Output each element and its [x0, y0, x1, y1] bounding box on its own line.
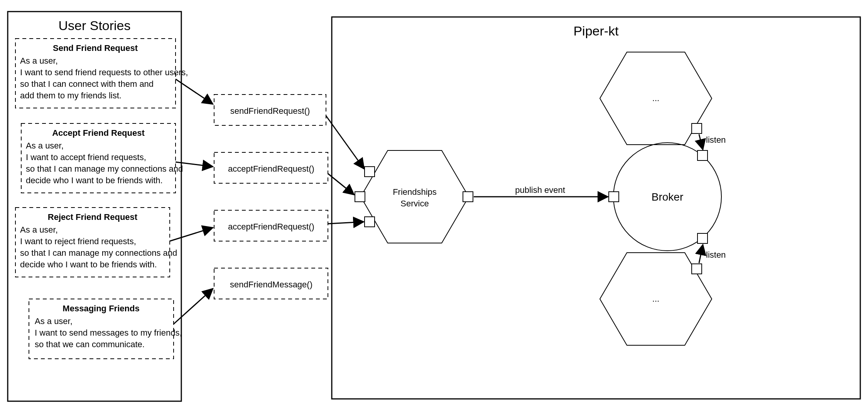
- method-label: acceptFriendRequest(): [228, 164, 314, 174]
- port-icon: [365, 167, 375, 177]
- broker-label: Broker: [652, 191, 683, 203]
- method-sendFriendMessage: sendFriendMessage(): [214, 268, 328, 299]
- story-title: Send Friend Request: [53, 43, 138, 53]
- listen-label: listen: [706, 135, 726, 145]
- diagram-canvas: User Stories Send Friend Request As a us…: [0, 0, 868, 412]
- system-title: Piper-kt: [573, 24, 619, 38]
- story-card-messaging: Messaging Friends As a user, I want to s…: [29, 299, 182, 359]
- story-line: add them to my friends list.: [20, 91, 122, 100]
- placeholder-label: ...: [652, 93, 659, 103]
- user-stories-panel: User Stories Send Friend Request As a us…: [8, 12, 188, 401]
- story-line: so that we can communicate.: [35, 339, 145, 349]
- story-line: As a user,: [20, 56, 58, 66]
- story-line: decide who I want to be friends with.: [20, 260, 157, 269]
- method-acceptFriendRequest-1: acceptFriendRequest(): [214, 152, 328, 183]
- story-title: Accept Friend Request: [52, 128, 145, 138]
- story-line: so that I can manage my connections and: [26, 164, 183, 174]
- port-icon: [463, 192, 473, 202]
- port-icon: [355, 192, 365, 202]
- story-line: I want to reject friend requests,: [20, 236, 136, 246]
- port-icon: [365, 217, 375, 227]
- story-line: so that I can manage my connections and: [20, 248, 177, 258]
- method-acceptFriendRequest-2: acceptFriendRequest(): [214, 210, 328, 241]
- port-icon: [692, 123, 702, 133]
- port-icon: [697, 233, 708, 243]
- story-line: As a user,: [35, 316, 73, 326]
- service-label-2: Service: [400, 199, 429, 208]
- story-title: Messaging Friends: [62, 304, 139, 313]
- publish-event-label: publish event: [515, 185, 565, 195]
- story-line: As a user,: [20, 225, 58, 235]
- listen-label: listen: [706, 250, 726, 260]
- placeholder-label: ...: [652, 294, 659, 304]
- story-card-reject: Reject Friend Request As a user, I want …: [15, 208, 177, 277]
- story-line: I want to send messages to my friends,: [35, 328, 182, 338]
- system-panel: Piper-kt Friendships Service Broker: [326, 17, 860, 399]
- story-title: Reject Friend Request: [48, 212, 138, 222]
- port-icon: [697, 150, 708, 160]
- port-icon: [609, 192, 619, 202]
- method-sendFriendRequest: sendFriendRequest(): [214, 95, 326, 125]
- method-label: acceptFriendRequest(): [228, 222, 314, 231]
- method-label: sendFriendRequest(): [230, 106, 310, 116]
- story-line: As a user,: [26, 141, 64, 150]
- story-card-accept: Accept Friend Request As a user, I want …: [21, 123, 183, 193]
- story-line: decide who I want to be friends with.: [26, 176, 163, 185]
- port-icon: [692, 264, 702, 274]
- user-stories-title: User Stories: [58, 18, 130, 33]
- story-card-send: Send Friend Request As a user, I want to…: [15, 39, 188, 108]
- service-label-1: Friendships: [393, 187, 437, 197]
- method-label: sendFriendMessage(): [230, 280, 312, 289]
- story-line: I want to accept friend requests,: [26, 152, 146, 162]
- story-line: I want to send friend requests to other …: [20, 68, 188, 77]
- story-line: so that I can connect with them and: [20, 79, 154, 89]
